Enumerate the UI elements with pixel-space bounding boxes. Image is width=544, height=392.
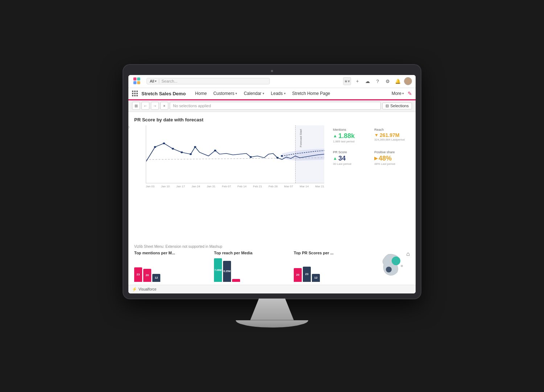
svg-point-15 [281,155,283,157]
x-axis-labels: Jan 03 Jan 10 Jan 17 Jan 24 Jan 31 Feb 0… [146,185,324,188]
bar-block: 7.06M [214,258,222,282]
settings-icon[interactable]: ⚙ [384,77,392,85]
svg-point-6 [154,146,156,148]
mentions-arrow: ▲ [333,133,337,138]
monitor-screen: All ▾ Search... ★▾ ＋ ☁ ? ⚙ 🔔 [128,75,416,293]
selections-button[interactable]: ⊟ Selections [382,103,412,109]
mentions-bar-chart: 23 20 12 [134,257,210,282]
bar-block: 12 [152,274,160,282]
bar-item: 23 [303,267,311,282]
svg-point-14 [276,157,279,158]
svg-rect-1 [137,78,140,81]
map-svg [374,251,410,280]
mini-chart-reach: Top reach per Media 7.06M 6.35M [214,251,289,282]
nav-item-leads[interactable]: Leads ▾ [268,87,289,100]
chart-svg [146,125,324,183]
bar-item: 23 [134,267,142,282]
reach-sub: 324,369,664 Lastperiod [374,138,407,141]
mini-chart-mentions: Top mentions per M... 23 20 12 [134,251,210,282]
search-filter: All ▾ [150,79,159,83]
prscore-value: 34 [338,155,346,162]
mentions-sub: 1,889 last period [333,140,366,143]
monitor-frame: All ▾ Search... ★▾ ＋ ☁ ? ⚙ 🔔 [123,65,421,299]
footer-bar: ⚡ Visualforce [128,285,416,293]
svg-point-11 [194,146,196,148]
more-dropdown-icon: ▾ [402,92,404,95]
bar-block: 23 [303,267,311,282]
lightning-icon: ⚡ [132,287,137,292]
search-placeholder[interactable]: Search... [161,79,267,83]
back-btn[interactable]: ← [141,102,149,110]
kpi-mentions: Mentions ▲ 1.88k 1,889 last period [330,126,368,145]
svg-point-8 [172,148,174,150]
vizlib-notice: Vizlib Sheet Menu: Extension not support… [134,245,410,249]
mentions-chart-title: Top mentions per M... [134,251,210,255]
edit-icon[interactable]: ✎ [408,91,412,96]
bar-item: 12 [312,274,320,282]
mentions-value: 1.88k [338,132,355,140]
reach-bar-chart: 7.06M 6.35M [214,257,289,282]
leads-dropdown-icon: ▾ [284,92,286,95]
posshare-sub: 48% Last period [374,162,407,166]
bar-block: 20 [294,268,302,282]
nav-bar: Stretch Sales Demo Home Customers ▾ Cale… [128,88,416,100]
reach-value: 261.97M [380,132,399,138]
visualforce-label: Visualforce [139,287,156,291]
bottom-section: Vizlib Sheet Menu: Extension not support… [128,242,416,285]
app-launcher-icon[interactable] [132,91,138,96]
nav-item-home[interactable]: Home [192,87,210,100]
dashboard-grid: PR Score by date with forecast 100 80 60… [134,117,410,188]
kpi-positive-share: Positive share ▶ 48% 48% Last period [371,148,410,168]
reach-arrow: ▼ [374,133,379,138]
avatar[interactable] [404,77,412,85]
kpi-reach: Reach ▼ 261.97M 324,369,664 Lastperiod [371,126,410,145]
home-icon[interactable]: ⌂ [406,251,410,257]
chart-title: PR Score by date with forecast [134,117,324,122]
favorites-button[interactable]: ★▾ [343,77,351,85]
top-bar: All ▾ Search... ★▾ ＋ ☁ ? ⚙ 🔔 [128,75,416,88]
svg-rect-2 [133,81,137,84]
svg-marker-5 [282,149,324,160]
svg-rect-3 [137,81,140,84]
bar-item [232,279,240,282]
forward-btn[interactable]: → [151,102,159,110]
reach-chart-title: Top reach per Media [214,251,289,255]
nav-more[interactable]: More ▾ [392,91,404,96]
prscore-arrow: ▲ [333,156,337,161]
notifications-icon[interactable]: 🔔 [394,77,402,85]
svg-point-13 [250,156,252,158]
chart-section: PR Score by date with forecast 100 80 60… [134,117,324,188]
filter-toolbar-btn[interactable]: ⊞ [132,102,140,110]
monitor-wrapper: All ▾ Search... ★▾ ＋ ☁ ? ⚙ 🔔 [123,65,421,328]
kpi-section: Mentions ▲ 1.88k 1,889 last period Reach [330,117,410,188]
selections-search-bar[interactable]: No selections applied [170,102,381,110]
nav-item-customers[interactable]: Customers ▾ [210,87,240,100]
svg-point-7 [163,142,165,144]
bar-block: 23 [134,267,142,282]
bar-block: 6.35M [223,261,231,282]
no-selections-label: No selections applied [173,104,211,108]
bar-item: 6.35M [223,261,231,282]
pr-chart-title: Top PR Scores per ... [294,251,369,255]
add-button[interactable]: ＋ [353,77,361,85]
content-area: PR Score by date with forecast 100 80 60… [128,112,416,242]
bar-block: 20 [143,269,151,282]
kpi-pr-score: PR Score ▲ 34 30 Last period [330,148,368,168]
line-chart: Forecast Start [146,125,324,183]
filter-dropdown-icon[interactable]: ▾ [155,79,157,83]
clear-btn[interactable]: × [160,102,168,110]
nav-item-calendar[interactable]: Calendar ▾ [241,87,267,100]
nav-item-stretch-home[interactable]: Stretch Home Page [289,87,333,100]
bar-item: 7.06M [214,258,222,282]
svg-point-12 [214,150,216,151]
calendar-dropdown-icon: ▾ [263,92,264,95]
pr-bar-chart: 20 23 12 [294,257,369,282]
app-name: Stretch Sales Demo [141,91,186,96]
monitor-stand-neck [250,299,294,320]
posshare-value: 48% [379,155,392,162]
svg-point-10 [190,153,192,155]
svg-point-18 [401,265,403,267]
mini-chart-pr: Top PR Scores per ... 20 23 12 [294,251,369,282]
search-area[interactable]: All ▾ Search... [147,78,270,84]
help-icon[interactable]: ? [374,77,382,85]
